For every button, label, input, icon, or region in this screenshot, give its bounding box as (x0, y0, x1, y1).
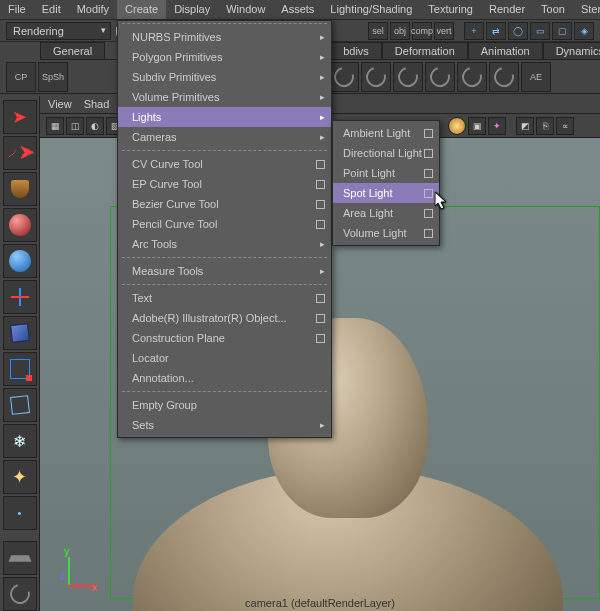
option-box-icon[interactable] (316, 180, 325, 189)
shelf-r3[interactable] (393, 62, 423, 92)
create-cv[interactable]: CV Curve Tool (118, 154, 331, 174)
create-arc[interactable]: Arc Tools▸ (118, 234, 331, 254)
tb-shade[interactable]: ◐ (86, 117, 104, 135)
obj-icon[interactable]: obj (390, 22, 410, 40)
menu-file[interactable]: File (0, 0, 34, 19)
swap-icon[interactable]: ⇄ (486, 22, 506, 40)
tool-paint[interactable] (3, 172, 37, 206)
tb-persp[interactable]: ▦ (46, 117, 64, 135)
light-point[interactable]: Point Light (333, 163, 439, 183)
tab-subdivs[interactable]: bdivs (330, 42, 382, 59)
create-cameras[interactable]: Cameras▸ (118, 127, 331, 147)
shelf-ae[interactable]: AE (521, 62, 551, 92)
tool-select[interactable]: ➤ (3, 100, 37, 134)
menu-assets[interactable]: Assets (273, 0, 322, 19)
menu-render[interactable]: Render (481, 0, 533, 19)
light-volume[interactable]: Volume Light (333, 223, 439, 243)
tb-share[interactable]: ∝ (556, 117, 574, 135)
tab-general[interactable]: General (40, 42, 105, 59)
create-volume[interactable]: Volume Primitives▸ (118, 87, 331, 107)
create-ai[interactable]: Adobe(R) Illustrator(R) Object... (118, 308, 331, 328)
option-box-icon[interactable] (424, 209, 433, 218)
menu-create[interactable]: Create (117, 0, 166, 19)
option-box-icon[interactable] (316, 160, 325, 169)
light-spot[interactable]: Spot Light (333, 183, 439, 203)
light-directional[interactable]: Directional Light (333, 143, 439, 163)
option-box-icon[interactable] (424, 129, 433, 138)
tab-dynamics[interactable]: Dynamics (543, 42, 600, 59)
shelf-r6[interactable] (489, 62, 519, 92)
tool-move[interactable] (3, 280, 37, 314)
sel-icon[interactable]: sel (368, 22, 388, 40)
tool-smooth[interactable] (3, 208, 37, 242)
shelf-spsh[interactable]: SpSh (38, 62, 68, 92)
mode-selector[interactable]: Rendering (6, 22, 111, 40)
menu-texturing[interactable]: Texturing (420, 0, 481, 19)
shelf-r1[interactable] (329, 62, 359, 92)
shelf-r5[interactable] (457, 62, 487, 92)
circle-icon[interactable]: ◯ (508, 22, 528, 40)
create-lights[interactable]: Lights▸ (118, 107, 331, 127)
comp-icon[interactable]: comp (412, 22, 432, 40)
create-sets[interactable]: Sets▸ (118, 415, 331, 435)
panel-menu-view[interactable]: View (48, 98, 72, 111)
tb-wire[interactable]: ◫ (66, 117, 84, 135)
tool-snow[interactable]: ❄ (3, 424, 37, 458)
diamond-icon[interactable]: ◈ (574, 22, 594, 40)
light-area[interactable]: Area Light (333, 203, 439, 223)
tool-point[interactable]: • (3, 496, 37, 530)
option-box-icon[interactable] (316, 220, 325, 229)
tool-lasso[interactable]: ⟋➤ (3, 136, 37, 170)
create-locator[interactable]: Locator (118, 348, 331, 368)
rect-icon[interactable]: ▭ (530, 22, 550, 40)
option-box-icon[interactable] (316, 294, 325, 303)
create-annotation[interactable]: Annotation... (118, 368, 331, 388)
square-icon[interactable]: ▢ (552, 22, 572, 40)
create-ep[interactable]: EP Curve Tool (118, 174, 331, 194)
menu-toon[interactable]: Toon (533, 0, 573, 19)
create-nurbs[interactable]: NURBS Primitives▸ (118, 27, 331, 47)
tab-animation[interactable]: Animation (468, 42, 543, 59)
tab-deformation[interactable]: Deformation (382, 42, 468, 59)
tool-star[interactable]: ✦ (3, 460, 37, 494)
option-box-icon[interactable] (424, 189, 433, 198)
tb-ipr[interactable]: ▣ (468, 117, 486, 135)
option-box-icon[interactable] (316, 200, 325, 209)
tool-cube[interactable] (3, 316, 37, 350)
tool-scale[interactable] (3, 352, 37, 386)
option-box-icon[interactable] (316, 334, 325, 343)
tool-sphere[interactable] (3, 244, 37, 278)
tb-link[interactable]: ⎘ (536, 117, 554, 135)
plus-icon[interactable]: + (464, 22, 484, 40)
tool-plane[interactable] (3, 541, 37, 575)
create-measure[interactable]: Measure Tools▸ (118, 261, 331, 281)
light-ambient[interactable]: Ambient Light (333, 123, 439, 143)
menu-lighting[interactable]: Lighting/Shading (322, 0, 420, 19)
tool-wire[interactable] (3, 388, 37, 422)
shelf-r2[interactable] (361, 62, 391, 92)
option-box-icon[interactable] (424, 169, 433, 178)
menu-edit[interactable]: Edit (34, 0, 69, 19)
create-pencil[interactable]: Pencil Curve Tool (118, 214, 331, 234)
tb-cube[interactable]: ◩ (516, 117, 534, 135)
option-box-icon[interactable] (424, 229, 433, 238)
vert-icon[interactable]: vert (434, 22, 454, 40)
tb-render[interactable] (448, 117, 466, 135)
create-subdiv[interactable]: Subdiv Primitives▸ (118, 67, 331, 87)
create-constr[interactable]: Construction Plane (118, 328, 331, 348)
create-polygon[interactable]: Polygon Primitives▸ (118, 47, 331, 67)
menu-modify[interactable]: Modify (69, 0, 117, 19)
tool-swirl[interactable] (3, 577, 37, 611)
shelf-cp[interactable]: CP (6, 62, 36, 92)
option-box-icon[interactable] (316, 314, 325, 323)
create-text[interactable]: Text (118, 288, 331, 308)
option-box-icon[interactable] (424, 149, 433, 158)
create-bezier[interactable]: Bezier Curve Tool (118, 194, 331, 214)
menu-display[interactable]: Display (166, 0, 218, 19)
tb-snap[interactable]: ✦ (488, 117, 506, 135)
shelf-r4[interactable] (425, 62, 455, 92)
menu-window[interactable]: Window (218, 0, 273, 19)
menu-stereo[interactable]: Stereo (573, 0, 600, 19)
panel-menu-shad[interactable]: Shad (84, 98, 110, 111)
create-empty[interactable]: Empty Group (118, 395, 331, 415)
